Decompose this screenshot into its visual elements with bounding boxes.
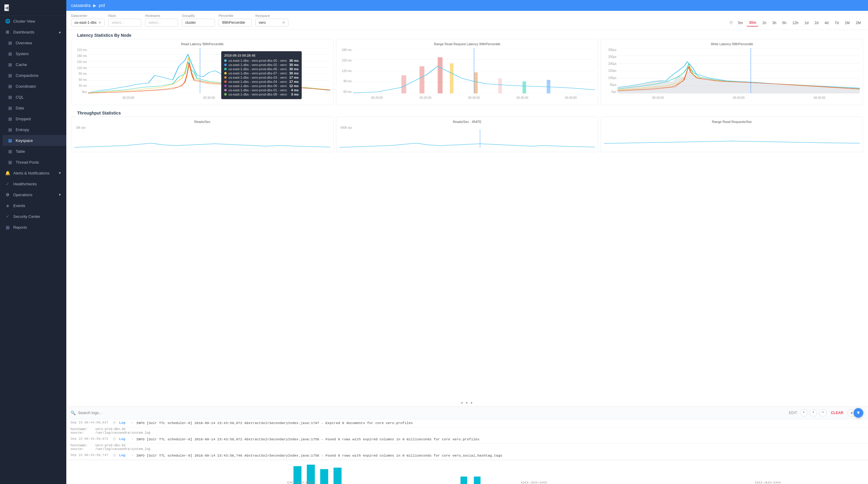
clock-icon: ⏱: [730, 21, 733, 25]
data-icon: ▦: [7, 105, 13, 110]
sidebar-collapse-button[interactable]: ◀: [4, 4, 9, 11]
svg-rect-14: [401, 75, 406, 93]
cache-icon: ▦: [7, 62, 13, 67]
time-4d[interactable]: 4d: [822, 19, 831, 27]
time-3h[interactable]: 3h: [770, 19, 778, 27]
more-dots[interactable]: • • •: [66, 399, 868, 406]
breadcrumb-cluster: cassandra: [71, 3, 91, 8]
dropped-icon: ▦: [7, 116, 13, 121]
sidebar-item-cluster-view[interactable]: 🌐 Cluster View: [0, 16, 66, 27]
read-latency-chart: Read Latency 99thPercentile 210 ms 180 m…: [71, 39, 334, 105]
events-icon: ◈: [5, 203, 10, 208]
rack-input[interactable]: select...: [108, 19, 141, 27]
sidebar-item-entropy[interactable]: ▦ Entropy: [2, 124, 66, 135]
read-latency-svg-area: 2018-09-15 00:28:45 us-east-1-dbs - vero…: [88, 48, 330, 93]
keyspace-clear-icon[interactable]: ✕: [282, 21, 285, 25]
sidebar-item-alerts-notifications[interactable]: 🔔 Alerts & Notifications ▼: [0, 168, 66, 178]
gear-icon: ⚙: [5, 192, 10, 197]
groupby-filter: GroupBy cluster: [182, 14, 215, 27]
dashboards-chevron-icon: ▲: [58, 30, 61, 34]
filters-row: Datacenter us-east-1-dbs ✕ Rack select..…: [66, 11, 868, 30]
time-12h[interactable]: 12h: [790, 19, 801, 27]
log-entries: Sep 15 00:44:00,637 ⏱ Log → INFO [Solr T…: [66, 419, 868, 460]
range-read-svg-area: [353, 48, 595, 93]
read-latency-chart-body: 210 ms 180 ms 150 ms 120 ms 90 ms 60 ms …: [74, 48, 330, 99]
sidebar-item-system[interactable]: ▦ System: [2, 48, 66, 59]
alerts-chevron-icon: ▼: [58, 171, 61, 175]
time-1M[interactable]: 1M: [842, 19, 852, 27]
time-1h[interactable]: 1h: [760, 19, 769, 27]
sparkline-area: 00:20:00 00:30:00 00:40:00: [66, 460, 868, 484]
cql-icon: ▦: [7, 95, 13, 99]
time-6h[interactable]: 6h: [780, 19, 789, 27]
groupby-input[interactable]: cluster: [182, 19, 215, 27]
time-30m[interactable]: 30m: [747, 19, 758, 27]
read-latency-x-labels: 00:20:00 00:30:00 00:40:00: [88, 96, 330, 99]
log-arrow-icon: →: [131, 421, 133, 425]
range-read-y-labels: 180 ms 150 ms 120 ms 90 ms 60 ms: [339, 48, 353, 93]
log-filter-btn-3[interactable]: *: [819, 409, 827, 417]
reports-icon: ▦: [5, 225, 10, 230]
sidebar-item-data[interactable]: ▦ Data: [2, 102, 66, 113]
time-2M[interactable]: 2M: [853, 19, 863, 27]
write-latency-y-labels: 300µs 250µs 200µs 150µs 100µs 50µs 0µs: [604, 48, 618, 93]
sidebar-item-cql[interactable]: ▦ CQL: [2, 92, 66, 102]
entropy-icon: ▦: [7, 127, 13, 132]
hostname-input[interactable]: select...: [145, 19, 178, 27]
operations-chevron-icon: ▼: [58, 193, 61, 196]
svg-text:00:30:00: 00:30:00: [521, 481, 547, 484]
dashboards-submenu: ▦ Overview ▦ System ▦ Cache ▦ Compaction…: [0, 37, 66, 168]
sidebar-item-compactions[interactable]: ▦ Compactions: [2, 70, 66, 81]
svg-rect-36: [334, 468, 342, 484]
range-read-x-labels: 00:20:00 00:25:00 00:30:00 00:35:00 00:4…: [353, 96, 595, 99]
log-search: [78, 411, 786, 415]
percentile-filter: Percentile 99thPercentile: [218, 14, 252, 27]
keyspace-input[interactable]: vero ✕: [255, 19, 288, 27]
range-read-requests-chart: Range Read Requests/Sec: [601, 117, 863, 152]
svg-rect-35: [320, 469, 328, 484]
sidebar-item-events[interactable]: ◈ Events: [0, 200, 66, 211]
log-filter-btn-1[interactable]: *: [800, 409, 807, 417]
sidebar-item-dropped[interactable]: ▦ Dropped: [2, 113, 66, 124]
log-search-input[interactable]: [78, 411, 786, 415]
breadcrumb-arrow-icon: ▶: [93, 3, 96, 8]
sidebar-item-keyspace[interactable]: ▦ Keyspace: [2, 135, 66, 146]
latency-charts-row: Read Latency 99thPercentile 210 ms 180 m…: [71, 39, 863, 105]
range-read-latency-chart-body: 180 ms 150 ms 120 ms 90 ms 60 ms: [339, 48, 595, 99]
sidebar-item-overview[interactable]: ▦ Overview: [2, 37, 66, 48]
scroll-bottom-button[interactable]: ▼: [854, 408, 863, 418]
log-entry: Sep 15 00:44:00,637 ⏱ Log → INFO [Solr T…: [66, 419, 868, 427]
log-clock-icon: ⏱: [113, 454, 116, 457]
time-5m[interactable]: 5m: [735, 19, 745, 27]
time-7d[interactable]: 7d: [832, 19, 841, 27]
throughput-charts-row: Reads/Sec 18k rps Reads/Sec - IRATE 600k…: [71, 117, 863, 152]
sidebar-item-table[interactable]: ▦ Table: [2, 146, 66, 157]
sidebar-item-healthchecks[interactable]: ✓ Healthchecks: [0, 178, 66, 189]
sidebar-item-reports[interactable]: ▦ Reports: [0, 222, 66, 233]
log-panel: 🔍 EDIT: * * * CLEAR ⏸ ⓘ Sep 15 00:44:00,…: [66, 406, 868, 484]
time-1d[interactable]: 1d: [802, 19, 811, 27]
svg-rect-20: [522, 81, 526, 93]
time-controls: ⏱ 5m 30m 1h 3h 6h 12h 1d 2d 4d 7d 1M 2M: [730, 19, 863, 27]
breadcrumb-bar: cassandra ▶ prd: [66, 0, 868, 11]
svg-rect-38: [474, 477, 480, 484]
time-2d[interactable]: 2d: [812, 19, 821, 27]
percentile-input[interactable]: 99thPercentile: [218, 19, 252, 27]
sidebar-item-operations[interactable]: ⚙ Operations ▼: [0, 189, 66, 200]
log-filter-btn-2[interactable]: *: [810, 409, 817, 417]
log-meta-2: hostname: vero-prod-dbs-02 source: /var/…: [66, 444, 868, 452]
sidebar-header: ◀: [0, 0, 66, 16]
datacenter-clear-icon[interactable]: ✕: [98, 21, 101, 25]
thread-pools-icon: ▦: [7, 160, 13, 164]
log-clear-button[interactable]: CLEAR: [829, 410, 845, 416]
datacenter-input[interactable]: us-east-1-dbs ✕: [71, 19, 104, 27]
sidebar-item-thread-pools[interactable]: ▦ Thread Pools: [2, 157, 66, 168]
log-toolbar: 🔍 EDIT: * * * CLEAR ⏸ ⓘ: [66, 407, 868, 419]
chevron-down-icon: ▼: [856, 410, 861, 416]
sidebar-item-coordinator[interactable]: ▦ Coordinator: [2, 81, 66, 92]
sidebar-item-cache[interactable]: ▦ Cache: [2, 59, 66, 70]
sidebar-item-security-center[interactable]: ✓ Security Center: [0, 211, 66, 222]
log-arrow-icon: →: [131, 437, 133, 441]
hostname-filter: Hostname select...: [145, 14, 178, 27]
sidebar-item-dashboards[interactable]: ⊞ Dashboards ▲: [0, 27, 66, 37]
